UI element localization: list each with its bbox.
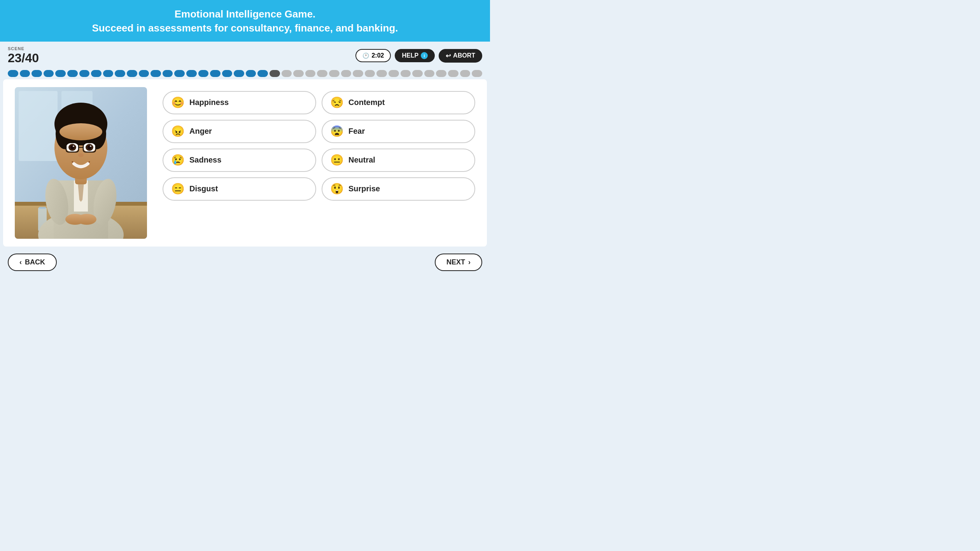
- scene-number: 23/40: [8, 51, 39, 65]
- progress-dot-filled: [139, 70, 149, 77]
- progress-dot-filled: [257, 70, 268, 77]
- controls-row: 🕐 2:02 HELP i ↩ ABORT: [355, 49, 482, 63]
- photo-container: [15, 87, 147, 239]
- happiness-label: Happiness: [189, 98, 229, 107]
- progress-dot-filled: [210, 70, 220, 77]
- contempt-label: Contempt: [348, 98, 385, 107]
- happiness-emoji: 😊: [171, 97, 185, 108]
- back-button[interactable]: ‹ BACK: [8, 254, 57, 271]
- abort-label: ABORT: [453, 52, 475, 59]
- svg-rect-1: [19, 91, 58, 161]
- next-button[interactable]: NEXT ›: [435, 254, 482, 271]
- emotion-btn-anger[interactable]: 😠Anger: [163, 120, 316, 143]
- progress-dot-filled: [8, 70, 18, 77]
- svg-point-24: [73, 145, 74, 147]
- progress-dot-empty: [305, 70, 316, 77]
- timer-button[interactable]: 🕐 2:02: [355, 49, 391, 62]
- progress-dot-filled: [20, 70, 30, 77]
- progress-dots: [8, 68, 482, 79]
- svg-point-20: [60, 123, 102, 140]
- disgust-label: Disgust: [189, 184, 218, 193]
- progress-dot-filled: [246, 70, 256, 77]
- clock-icon: 🕐: [362, 52, 369, 59]
- header-line2: Succeed in assessments for consultancy, …: [8, 21, 482, 35]
- nav-row: ‹ BACK NEXT ›: [0, 250, 490, 277]
- sadness-label: Sadness: [189, 156, 221, 164]
- progress-dot-empty: [353, 70, 363, 77]
- progress-dot-empty: [341, 70, 352, 77]
- progress-dot-filled: [174, 70, 185, 77]
- progress-dot-filled: [91, 70, 102, 77]
- progress-dot-filled: [32, 70, 42, 77]
- anger-label: Anger: [189, 127, 212, 136]
- neutral-emoji: 😐: [330, 155, 344, 166]
- next-arrow-icon: ›: [468, 258, 471, 266]
- progress-dot-empty: [376, 70, 387, 77]
- abort-button[interactable]: ↩ ABORT: [439, 49, 482, 63]
- progress-dot-empty: [329, 70, 340, 77]
- scene-area: SCENE 23/40 🕐 2:02 HELP i ↩ ABORT: [0, 42, 490, 79]
- progress-dot-empty: [317, 70, 327, 77]
- svg-rect-6: [39, 207, 46, 209]
- anger-emoji: 😠: [171, 126, 185, 137]
- emotion-btn-disgust[interactable]: 😑Disgust: [163, 177, 316, 201]
- emotion-grid: 😊Happiness😒Contempt😠Anger😨Fear😢Sadness😐N…: [163, 87, 475, 201]
- emotion-btn-surprise[interactable]: 😲Surprise: [322, 177, 475, 201]
- contempt-emoji: 😒: [330, 97, 344, 108]
- main-content: 😊Happiness😒Contempt😠Anger😨Fear😢Sadness😐N…: [3, 79, 487, 247]
- emotion-btn-happiness[interactable]: 😊Happiness: [163, 91, 316, 114]
- progress-dot-filled: [186, 70, 197, 77]
- progress-dot-current: [270, 70, 280, 77]
- progress-dot-empty: [448, 70, 458, 77]
- emotion-btn-contempt[interactable]: 😒Contempt: [322, 91, 475, 114]
- surprise-emoji: 😲: [330, 184, 344, 194]
- progress-dot-filled: [150, 70, 161, 77]
- back-arrow-icon: ‹: [19, 258, 22, 266]
- emotion-btn-fear[interactable]: 😨Fear: [322, 120, 475, 143]
- scene-top-row: SCENE 23/40 🕐 2:02 HELP i ↩ ABORT: [8, 46, 482, 65]
- progress-dot-empty: [460, 70, 471, 77]
- progress-dot-filled: [198, 70, 209, 77]
- progress-dot-empty: [388, 70, 399, 77]
- progress-dot-empty: [472, 70, 482, 77]
- surprise-label: Surprise: [348, 184, 380, 193]
- progress-dot-empty: [282, 70, 292, 77]
- progress-dot-filled: [67, 70, 78, 77]
- next-label: NEXT: [446, 258, 465, 266]
- progress-dot-filled: [222, 70, 233, 77]
- scene-label: SCENE: [8, 46, 39, 51]
- neutral-label: Neutral: [348, 156, 375, 164]
- help-label: HELP: [402, 52, 418, 59]
- fear-emoji: 😨: [330, 126, 344, 137]
- fear-label: Fear: [348, 127, 365, 136]
- progress-dot-empty: [401, 70, 411, 77]
- disgust-emoji: 😑: [171, 184, 185, 194]
- progress-dot-filled: [115, 70, 125, 77]
- progress-dot-empty: [365, 70, 375, 77]
- emotion-btn-neutral[interactable]: 😐Neutral: [322, 149, 475, 172]
- progress-dot-empty: [293, 70, 304, 77]
- progress-dot-empty: [436, 70, 446, 77]
- info-icon: i: [421, 52, 428, 59]
- progress-dot-filled: [44, 70, 54, 77]
- sadness-emoji: 😢: [171, 155, 185, 166]
- emotion-btn-sadness[interactable]: 😢Sadness: [163, 149, 316, 172]
- progress-dot-filled: [79, 70, 90, 77]
- svg-point-28: [90, 145, 91, 147]
- scene-info: SCENE 23/40: [8, 46, 39, 65]
- progress-dot-empty: [412, 70, 423, 77]
- progress-dot-filled: [55, 70, 66, 77]
- abort-arrow-icon: ↩: [446, 52, 451, 59]
- back-label: BACK: [25, 258, 45, 266]
- progress-dot-filled: [163, 70, 173, 77]
- header-line1: Emotional Intelligence Game.: [8, 7, 482, 21]
- progress-dot-empty: [424, 70, 435, 77]
- person-image: [15, 87, 147, 239]
- progress-dot-filled: [103, 70, 114, 77]
- svg-point-14: [77, 214, 96, 225]
- help-button[interactable]: HELP i: [395, 49, 435, 62]
- svg-point-34: [78, 153, 84, 157]
- progress-dot-filled: [127, 70, 137, 77]
- progress-dot-filled: [234, 70, 244, 77]
- header-banner: Emotional Intelligence Game. Succeed in …: [0, 0, 490, 42]
